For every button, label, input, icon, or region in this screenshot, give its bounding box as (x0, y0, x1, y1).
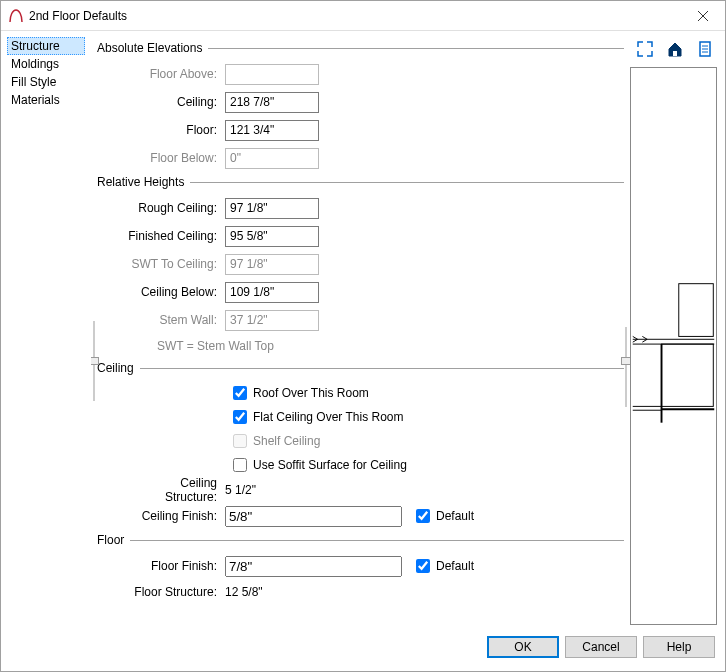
value-ceiling-structure: 5 1/2" (225, 483, 256, 497)
label-floor-elev: Floor: (97, 123, 225, 137)
sidebar-item-moldings[interactable]: Moldings (7, 55, 85, 73)
help-button[interactable]: Help (643, 636, 715, 658)
label-floor-below: Floor Below: (97, 151, 225, 165)
label-floor-structure: Floor Structure: (97, 585, 225, 599)
label-ceiling-structure: Ceiling Structure: (97, 476, 225, 504)
close-icon[interactable] (680, 1, 725, 30)
input-ceiling-below[interactable] (225, 282, 319, 303)
input-stem-wall (225, 310, 319, 331)
section-ceiling: Ceiling (97, 361, 134, 375)
input-floor-elev[interactable] (225, 120, 319, 141)
expand-icon[interactable] (633, 37, 657, 61)
label-shelf-ceiling: Shelf Ceiling (253, 434, 320, 448)
input-swt-to-ceiling (225, 254, 319, 275)
label-flat-ceiling: Flat Ceiling Over This Room (253, 410, 404, 424)
input-rough-ceiling[interactable] (225, 198, 319, 219)
ok-button[interactable]: OK (487, 636, 559, 658)
sidebar-item-materials[interactable]: Materials (7, 91, 85, 109)
input-finished-ceiling[interactable] (225, 226, 319, 247)
input-floor-below (225, 148, 319, 169)
chk-soffit-surface[interactable] (233, 458, 247, 472)
section-preview (630, 67, 717, 625)
input-floor-above (225, 64, 319, 85)
label-finished-ceiling: Finished Ceiling: (97, 229, 225, 243)
svg-rect-5 (662, 344, 714, 406)
label-floor-finish: Floor Finish: (97, 559, 225, 573)
window-title: 2nd Floor Defaults (29, 9, 680, 23)
section-absolute-elevations: Absolute Elevations (97, 41, 202, 55)
arch-icon (9, 9, 23, 23)
structure-panel: Absolute Elevations Floor Above: Ceiling… (91, 31, 630, 631)
label-ceiling-elev: Ceiling: (97, 95, 225, 109)
label-ceiling-below: Ceiling Below: (97, 285, 225, 299)
label-swt-to-ceiling: SWT To Ceiling: (97, 257, 225, 271)
chk-ceiling-finish-default[interactable] (416, 509, 430, 523)
chk-shelf-ceiling (233, 434, 247, 448)
input-floor-finish[interactable] (225, 556, 402, 577)
chk-floor-finish-default[interactable] (416, 559, 430, 573)
input-ceiling-finish[interactable] (225, 506, 402, 527)
sidebar-item-fill-style[interactable]: Fill Style (7, 73, 85, 91)
category-sidebar: Structure Moldings Fill Style Materials (1, 31, 91, 631)
label-rough-ceiling: Rough Ceiling: (97, 201, 225, 215)
cancel-button[interactable]: Cancel (565, 636, 637, 658)
chk-roof-over[interactable] (233, 386, 247, 400)
label-floor-above: Floor Above: (97, 67, 225, 81)
section-floor: Floor (97, 533, 124, 547)
page-icon[interactable] (693, 37, 717, 61)
input-ceiling-elev[interactable] (225, 92, 319, 113)
house-icon[interactable] (663, 37, 687, 61)
chk-flat-ceiling[interactable] (233, 410, 247, 424)
label-ceiling-finish: Ceiling Finish: (97, 509, 225, 523)
value-floor-structure: 12 5/8" (225, 585, 263, 599)
svg-rect-0 (673, 51, 677, 56)
label-soffit-surface: Use Soffit Surface for Ceiling (253, 458, 407, 472)
label-roof-over: Roof Over This Room (253, 386, 369, 400)
label-floor-finish-default: Default (436, 559, 474, 573)
section-relative-heights: Relative Heights (97, 175, 184, 189)
svg-rect-2 (679, 284, 714, 337)
sidebar-item-structure[interactable]: Structure (7, 37, 85, 55)
hint-swt: SWT = Stem Wall Top (97, 335, 624, 357)
left-rail-slider[interactable] (91, 321, 99, 401)
label-stem-wall: Stem Wall: (97, 313, 225, 327)
label-ceiling-finish-default: Default (436, 509, 474, 523)
